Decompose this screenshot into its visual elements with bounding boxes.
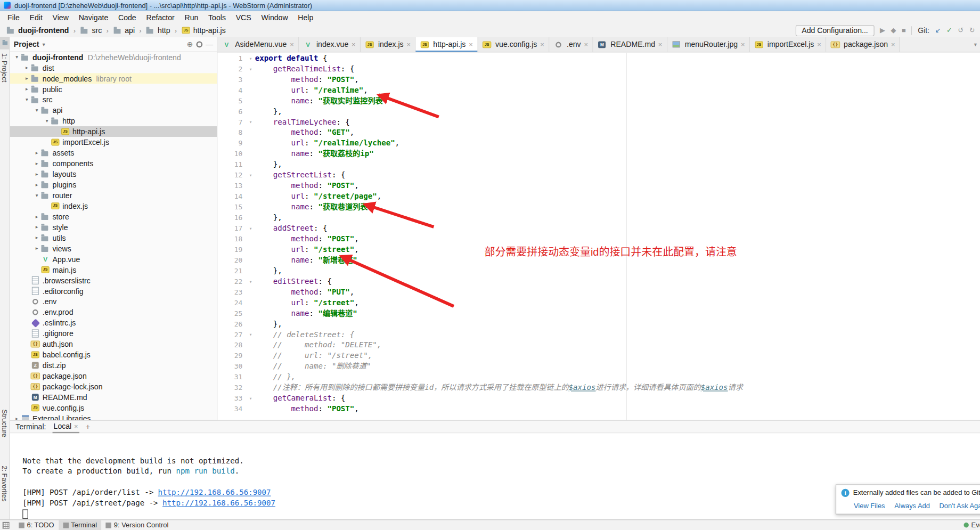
- close-icon[interactable]: ×: [74, 422, 78, 430]
- tree-item-src[interactable]: ▾src: [10, 94, 217, 105]
- line-number[interactable]: 13: [217, 181, 246, 191]
- terminal-link[interactable]: http://192.168.66.56:9007: [162, 499, 275, 507]
- notification-link-view-files[interactable]: View Files: [854, 502, 885, 509]
- project-tool-button[interactable]: [0, 37, 10, 49]
- line-number[interactable]: 17: [217, 223, 246, 234]
- editor-tab-menurouter-jpg[interactable]: menuRouter.jpg×: [667, 37, 750, 52]
- fold-icon[interactable]: ▾: [246, 117, 255, 127]
- chevron-down-icon[interactable]: ▾: [42, 41, 45, 47]
- add-configuration-button[interactable]: Add Configuration...: [796, 25, 875, 36]
- tree-item-importexcel-js[interactable]: importExcel.js: [10, 137, 217, 148]
- close-icon[interactable]: ×: [540, 40, 544, 48]
- close-icon[interactable]: ×: [741, 40, 745, 48]
- code-line[interactable]: 16 },: [217, 213, 980, 223]
- code-line[interactable]: 34 method: "POST",: [217, 404, 980, 414]
- close-icon[interactable]: ×: [584, 40, 588, 48]
- tree-item-api[interactable]: ▾api: [10, 105, 217, 116]
- chevron-down-icon[interactable]: ▾: [33, 192, 40, 198]
- locate-file-icon[interactable]: ⊕: [187, 40, 193, 48]
- stop-icon[interactable]: ■: [902, 27, 906, 34]
- close-icon[interactable]: ×: [658, 40, 663, 48]
- fold-icon[interactable]: ▾: [246, 170, 255, 181]
- tree-item-router[interactable]: ▾router: [10, 190, 217, 201]
- code-editor[interactable]: 1▾export default {2▾ getRealTimeList: {3…: [217, 53, 980, 420]
- breadcrumb-item-http-api-js[interactable]: http-api.js: [180, 26, 227, 35]
- line-number[interactable]: 30: [217, 361, 246, 372]
- line-number[interactable]: 15: [217, 202, 246, 213]
- menu-view[interactable]: View: [47, 12, 74, 23]
- menu-help[interactable]: Help: [293, 12, 318, 23]
- tree-item-dist-zip[interactable]: dist.zip: [10, 360, 217, 371]
- close-icon[interactable]: ×: [352, 40, 356, 48]
- tree-item-env-prod[interactable]: .env.prod: [10, 307, 217, 317]
- tree-item-node-modules[interactable]: ▸node_moduleslibrary root: [10, 73, 217, 84]
- terminal-output[interactable]: Note that the development build is not o…: [10, 433, 980, 520]
- tree-item-utils[interactable]: ▸utils: [10, 233, 217, 243]
- tree-item-layouts[interactable]: ▸layouts: [10, 169, 217, 180]
- line-number[interactable]: 7: [217, 117, 246, 127]
- code-line[interactable]: 23 method: "PUT",: [217, 287, 980, 298]
- editor-tab-index-js[interactable]: index.js×: [361, 37, 415, 52]
- chevron-right-icon[interactable]: ▸: [33, 246, 40, 251]
- editor-tab-http-api-js[interactable]: http-api.js×: [415, 37, 478, 52]
- terminal-tab-local[interactable]: Local ×: [52, 420, 79, 434]
- close-icon[interactable]: ×: [290, 40, 294, 48]
- code-line[interactable]: 6 },: [217, 106, 980, 117]
- editor-tab-package-json[interactable]: package.json×: [826, 37, 900, 52]
- hide-panel-icon[interactable]: —: [206, 40, 213, 48]
- menu-navigate[interactable]: Navigate: [74, 12, 113, 23]
- line-number[interactable]: 2: [217, 64, 246, 75]
- tree-item-gitignore[interactable]: .gitignore: [10, 328, 217, 339]
- code-line[interactable]: 21 },: [217, 266, 980, 276]
- chevron-right-icon[interactable]: ▸: [33, 161, 40, 167]
- line-number[interactable]: 34: [217, 404, 246, 414]
- menu-tools[interactable]: Tools: [203, 12, 231, 23]
- code-line[interactable]: 1▾export default {: [217, 53, 980, 64]
- chevron-right-icon[interactable]: ▸: [33, 182, 40, 187]
- code-line[interactable]: 12▾ getStreetList: {: [217, 170, 980, 181]
- line-number[interactable]: 25: [217, 308, 246, 319]
- fold-icon[interactable]: ▾: [246, 276, 255, 287]
- git-update-icon[interactable]: ↙: [935, 27, 941, 34]
- line-number[interactable]: 32: [217, 382, 246, 393]
- breadcrumb-item-http[interactable]: http: [144, 26, 171, 35]
- tree-item-babel-config-js[interactable]: babel.config.js: [10, 349, 217, 360]
- line-number[interactable]: 4: [217, 85, 246, 96]
- notification-link-don-t-ask-again[interactable]: Don't Ask Again: [940, 502, 980, 509]
- run-icon[interactable]: ▶: [880, 27, 885, 34]
- tab-overflow-icon[interactable]: ▾: [971, 37, 980, 52]
- tree-item-store[interactable]: ▸store: [10, 211, 217, 222]
- fold-icon[interactable]: ▾: [246, 64, 255, 75]
- fold-icon[interactable]: ▾: [246, 223, 255, 234]
- line-number[interactable]: 33: [217, 393, 246, 404]
- tree-item-package-lock-json[interactable]: package-lock.json: [10, 381, 217, 392]
- chevron-right-icon[interactable]: ▸: [33, 235, 40, 241]
- line-number[interactable]: 1: [217, 53, 246, 64]
- code-line[interactable]: 25 name: "编辑巷道": [217, 308, 980, 319]
- code-line[interactable]: 2▾ getRealTimeList: {: [217, 64, 980, 75]
- tree-item-editorconfig[interactable]: .editorconfig: [10, 286, 217, 296]
- menu-refactor[interactable]: Refactor: [141, 12, 179, 23]
- line-number[interactable]: 8: [217, 127, 246, 138]
- chevron-right-icon[interactable]: ▸: [23, 65, 30, 71]
- editor-tab-vue-config-js[interactable]: vue.config.js×: [478, 37, 549, 52]
- menu-run[interactable]: Run: [179, 12, 203, 23]
- line-number[interactable]: 20: [217, 255, 246, 266]
- menu-edit[interactable]: Edit: [24, 12, 47, 23]
- settings-gear-icon[interactable]: [196, 41, 202, 47]
- editor-tab-index-vue[interactable]: index.vue×: [299, 37, 361, 52]
- event-log-button[interactable]: Event Log: [963, 521, 980, 529]
- line-number[interactable]: 5: [217, 96, 246, 107]
- editor-tab-importexcel-js[interactable]: importExcel.js×: [750, 37, 826, 52]
- line-number[interactable]: 11: [217, 159, 246, 170]
- git-commit-icon[interactable]: ✓: [946, 27, 952, 34]
- tool-strip-project-label[interactable]: 1: Project: [1, 53, 8, 83]
- terminal-link[interactable]: http://192.168.66.56:9007: [158, 488, 271, 496]
- close-icon[interactable]: ×: [817, 40, 821, 48]
- chevron-right-icon[interactable]: ▸: [33, 150, 40, 156]
- tree-item-main-js[interactable]: main.js: [10, 264, 217, 275]
- editor-tab-asidemenu-vue[interactable]: AsideMenu.vue×: [217, 37, 299, 52]
- git-rollback-icon[interactable]: ↺: [958, 27, 963, 34]
- code-line[interactable]: 8 method: "GET",: [217, 127, 980, 138]
- line-number[interactable]: 22: [217, 276, 246, 287]
